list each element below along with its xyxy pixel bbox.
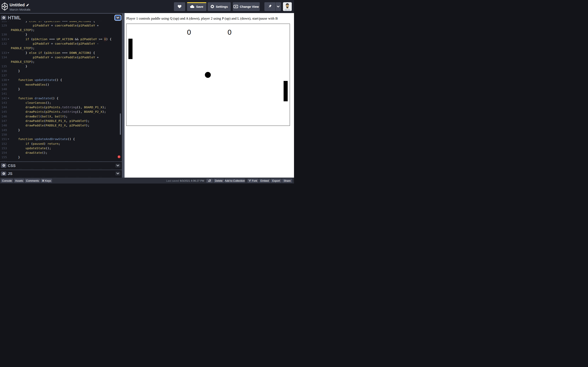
comments-button[interactable]: Comments: [25, 179, 40, 183]
code-line[interactable]: 154 drawState();: [0, 150, 122, 155]
pin-split-button: [264, 2, 281, 11]
export-button[interactable]: Export: [271, 179, 282, 183]
codepen-logo-icon[interactable]: [2, 2, 8, 11]
code-text: drawBall(ballX, ballY);: [11, 114, 68, 119]
settings-button[interactable]: Settings: [208, 2, 231, 11]
css-panel-header: CSS: [0, 162, 122, 169]
code-line[interactable]: 144 drawPoints(p1Points.toString(), BOAR…: [0, 105, 122, 109]
fold-arrow-icon[interactable]: [8, 139, 9, 140]
line-number: 146: [0, 114, 7, 119]
line-number: 141: [0, 91, 7, 96]
html-collapse-button[interactable]: [115, 16, 121, 20]
code-line[interactable]: 128 } else if (p1Action === DOWN_ACTION)…: [0, 21, 122, 23]
code-line[interactable]: 153 updateState();: [0, 146, 122, 150]
code-line[interactable]: 151 function updateAndDrawState() {: [0, 137, 122, 141]
fold-arrow-icon[interactable]: [8, 52, 9, 53]
css-panel-resizer-hatch[interactable]: [0, 169, 122, 169]
fold-arrow-icon[interactable]: [8, 21, 9, 21]
add-to-collection-button[interactable]: Add to Collection: [225, 179, 245, 183]
code-line[interactable]: PADDLE_STEP);: [0, 46, 122, 50]
keyboard-shortcuts-button[interactable]: ⌘ Keys: [41, 179, 52, 183]
line-number: 130: [0, 32, 7, 37]
code-text: p2PaddleY = coercePaddle(p2PaddleY +: [11, 55, 99, 59]
code-line[interactable]: 133 } else if (p2Action === DOWN_ACTION)…: [0, 50, 122, 55]
code-line[interactable]: 145 drawPoints(p2Points.toString(), BOAR…: [0, 109, 122, 114]
view-icon: [233, 5, 238, 8]
player1-score: 0: [187, 28, 191, 36]
css-panel-label: CSS: [8, 164, 16, 168]
line-number: 155: [0, 155, 7, 159]
line-number: 142: [0, 96, 7, 100]
code-line[interactable]: 147 drawPaddle(PADDLE_P1_X, p1PaddleY);: [0, 119, 122, 123]
pen-author: Marcin Moskała: [9, 8, 30, 11]
gear-icon: [210, 5, 214, 8]
code-text: } else if (p2Action === DOWN_ACTION) {: [11, 50, 95, 55]
html-code-editor[interactable]: 128 } else if (p1Action === DOWN_ACTION)…: [0, 21, 122, 161]
pong-game-canvas[interactable]: 0 0: [126, 24, 290, 126]
code-line[interactable]: 141: [0, 91, 122, 96]
code-line[interactable]: PADDLE_STEP);: [0, 28, 122, 32]
js-panel-resizer-hatch[interactable]: [0, 177, 122, 177]
avatar[interactable]: [283, 2, 292, 11]
css-settings-gear-button[interactable]: [1, 163, 6, 168]
code-line[interactable]: 140 }: [0, 87, 122, 91]
console-button[interactable]: Console: [1, 179, 13, 183]
code-line[interactable]: 149 }: [0, 128, 122, 132]
line-number: 148: [0, 123, 7, 128]
js-settings-gear-button[interactable]: [1, 171, 6, 176]
change-view-button[interactable]: Change View: [233, 2, 260, 11]
code-line[interactable]: 130 }: [0, 32, 122, 37]
last-saved-label: Last saved: [166, 179, 179, 182]
code-text: }: [11, 128, 20, 132]
editor-scrollbar-thumb[interactable]: [120, 113, 121, 135]
line-number: 129: [0, 23, 7, 28]
code-line[interactable]: PADDLE_STEP);: [0, 59, 122, 64]
code-line[interactable]: 137: [0, 73, 122, 78]
chevron-down-icon: [116, 165, 119, 167]
code-line[interactable]: 155 }: [0, 155, 122, 159]
code-line[interactable]: 139 movePaddles(): [0, 82, 122, 87]
html-panel-header: HTML: [0, 14, 122, 21]
line-number: 143: [0, 100, 7, 105]
fork-button[interactable]: Fork: [247, 179, 259, 183]
fold-arrow-icon[interactable]: [8, 80, 9, 81]
code-text: }: [11, 155, 20, 159]
share-button[interactable]: Share: [282, 179, 292, 183]
open-in-new-window-button[interactable]: [207, 179, 213, 183]
line-number: 139: [0, 82, 7, 87]
assets-button[interactable]: Assets: [14, 179, 24, 183]
save-button[interactable]: Save: [187, 2, 207, 11]
editor-preview-resizer[interactable]: [122, 13, 125, 178]
code-line[interactable]: 132 p2PaddleY = coercePaddle(p2PaddleY -: [0, 42, 122, 46]
like-button[interactable]: [174, 2, 185, 11]
game-instructions: Player 1 controls paddle using Q (up) an…: [126, 17, 278, 21]
embed-button[interactable]: Embed: [259, 179, 270, 183]
js-collapse-button[interactable]: [115, 171, 121, 175]
fold-arrow-icon[interactable]: [8, 39, 9, 40]
line-number: 154: [0, 150, 7, 155]
error-badge[interactable]: !: [118, 155, 121, 158]
edit-pencil-icon[interactable]: [26, 3, 29, 7]
code-line[interactable]: 134 p2PaddleY = coercePaddle(p2PaddleY +: [0, 55, 122, 59]
pin-dropdown-button[interactable]: [276, 2, 281, 11]
code-line[interactable]: 135 }: [0, 64, 122, 68]
code-line[interactable]: 146 drawBall(ballX, ballY);: [0, 114, 122, 119]
pin-button[interactable]: [264, 2, 276, 11]
code-line[interactable]: 150: [0, 132, 122, 137]
fold-arrow-icon[interactable]: [8, 98, 9, 99]
code-line[interactable]: 148 drawPaddle(PADDLE_P2_X, p2PaddleY);: [0, 123, 122, 128]
css-collapse-button[interactable]: [115, 164, 121, 167]
line-number: 151: [0, 137, 7, 141]
code-line[interactable]: 136 }: [0, 69, 122, 73]
delete-button[interactable]: Delete: [214, 179, 224, 183]
html-settings-gear-button[interactable]: [1, 16, 6, 20]
player1-paddle: [129, 39, 132, 59]
code-line[interactable]: 152 if (paused) return;: [0, 142, 122, 146]
code-line[interactable]: 142 function drawState() {: [0, 96, 122, 100]
code-line[interactable]: 138 function updateState() {: [0, 78, 122, 82]
line-number: 145: [0, 109, 7, 114]
code-line[interactable]: 143 clearCanvas();: [0, 100, 122, 105]
line-number: 147: [0, 119, 7, 123]
code-line[interactable]: 131 if (p2Action === UP_ACTION && p2Padd…: [0, 37, 122, 42]
code-line[interactable]: 129 p1PaddleY = coercePaddle(p1PaddleY +: [0, 23, 122, 28]
